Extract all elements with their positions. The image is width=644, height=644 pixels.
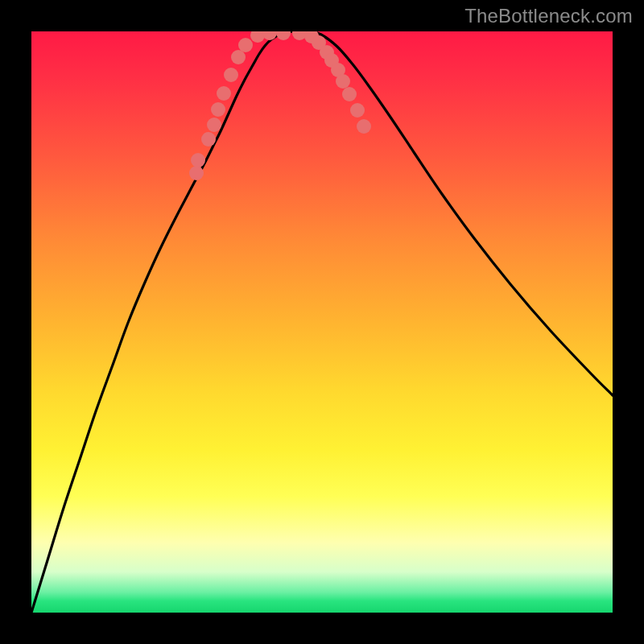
scatter-point (238, 38, 253, 52)
scatter-point (189, 166, 204, 180)
scatter-point (224, 68, 238, 82)
chart-frame: TheBottleneck.com (0, 0, 644, 644)
scatter-point (201, 132, 216, 147)
scatter-point (191, 153, 205, 167)
scatter-point (357, 119, 371, 134)
watermark-text: TheBottleneck.com (464, 5, 633, 27)
bottleneck-curve (31, 31, 613, 613)
plot-area (31, 31, 613, 613)
scatter-point (207, 118, 221, 132)
scatter-point (336, 74, 350, 89)
chart-svg (31, 31, 613, 613)
scatter-point (350, 103, 365, 118)
scatter-point (217, 86, 231, 101)
scatter-point (342, 87, 357, 101)
scatter-point (231, 50, 246, 64)
scatter-point (211, 102, 225, 117)
scatter-point (262, 31, 277, 40)
scatter-point (276, 31, 291, 40)
